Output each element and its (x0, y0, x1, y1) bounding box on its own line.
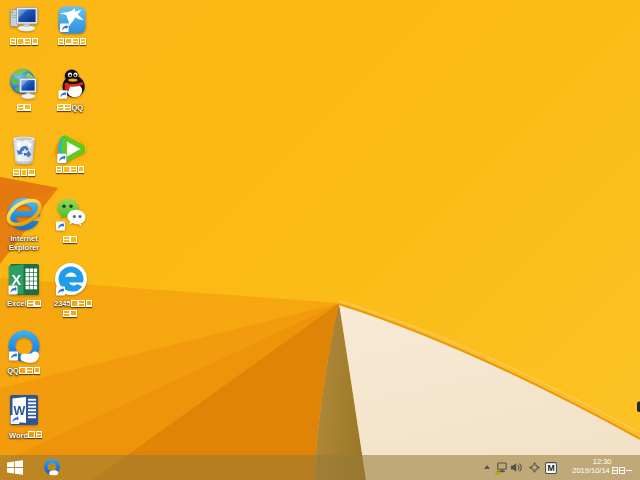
svg-text:M: M (547, 463, 554, 473)
